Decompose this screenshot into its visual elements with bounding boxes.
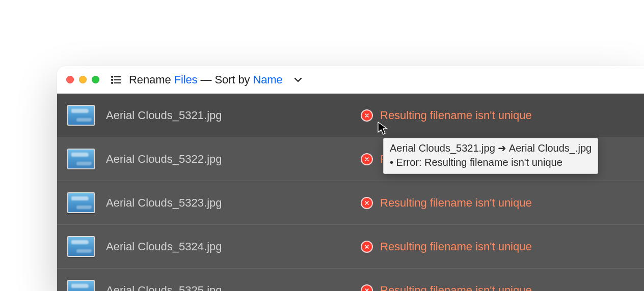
list-view-icon[interactable] (111, 75, 122, 84)
file-thumbnail (67, 280, 95, 291)
tooltip-line1: Aerial Clouds_5321.jpg ➜ Aerial Clouds_.… (390, 141, 592, 156)
close-window-button[interactable] (66, 76, 74, 83)
error-icon (361, 284, 373, 292)
error-icon (361, 109, 373, 122)
error-text: Resulting filename isn't unique (380, 109, 532, 122)
title-sort-link[interactable]: Name (253, 73, 282, 86)
minimize-window-button[interactable] (79, 76, 87, 83)
file-name: Aerial Clouds_5323.jpg (106, 196, 361, 210)
file-thumbnail (67, 192, 95, 213)
title-files-link[interactable]: Files (174, 73, 198, 86)
traffic-lights (66, 76, 99, 83)
svg-point-4 (112, 82, 113, 83)
error-icon (361, 153, 373, 165)
file-list: Aerial Clouds_5321.jpg Resulting filenam… (57, 94, 644, 291)
list-item[interactable]: Aerial Clouds_5325.jpg Resulting filenam… (57, 269, 644, 291)
error-text: Resulting filename isn't unique (380, 196, 532, 210)
titlebar: Rename Files — Sort by Name (57, 66, 644, 94)
file-name: Aerial Clouds_5322.jpg (106, 153, 361, 166)
file-status: Resulting filename isn't unique (361, 284, 532, 292)
svg-point-2 (112, 79, 113, 80)
file-name: Aerial Clouds_5324.jpg (106, 240, 361, 253)
error-icon (361, 197, 373, 209)
file-thumbnail (67, 149, 95, 169)
maximize-window-button[interactable] (92, 76, 99, 83)
tooltip: Aerial Clouds_5321.jpg ➜ Aerial Clouds_.… (383, 138, 598, 174)
chevron-down-icon[interactable] (294, 77, 302, 82)
list-item[interactable]: Aerial Clouds_5323.jpg Resulting filenam… (57, 181, 644, 225)
error-icon (361, 241, 373, 253)
file-name: Aerial Clouds_5325.jpg (106, 284, 361, 292)
file-status: Resulting filename isn't unique (361, 196, 532, 210)
file-name: Aerial Clouds_5321.jpg (106, 109, 361, 122)
list-item[interactable]: Aerial Clouds_5321.jpg Resulting filenam… (57, 94, 644, 137)
app-window: Rename Files — Sort by Name Aerial Cloud… (57, 66, 644, 291)
list-item[interactable]: Aerial Clouds_5324.jpg Resulting filenam… (57, 225, 644, 269)
file-status: Resulting filename isn't unique (361, 109, 532, 122)
window-title: Rename Files — Sort by Name (129, 73, 283, 86)
svg-point-0 (112, 76, 113, 77)
error-text: Resulting filename isn't unique (380, 240, 532, 253)
file-thumbnail (67, 105, 95, 126)
title-prefix: Rename (129, 73, 171, 86)
file-status: Resulting filename isn't unique (361, 240, 532, 253)
error-text: Resulting filename isn't unique (380, 284, 532, 292)
title-separator: — Sort by (201, 73, 250, 86)
tooltip-line2: • Error: Resulting filename isn't unique (390, 156, 592, 170)
file-thumbnail (67, 236, 95, 257)
